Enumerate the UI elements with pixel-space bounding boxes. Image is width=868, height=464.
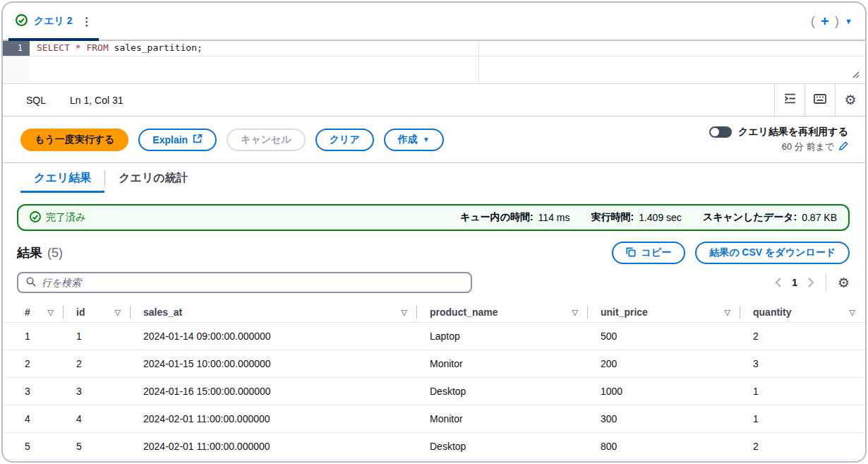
query-tab-bar: クエリ 2 ⋮ ( + ) ▼: [3, 3, 865, 41]
tab-query-results[interactable]: クエリ結果: [20, 163, 104, 193]
reuse-toggle-row: クエリ結果を再利用する: [709, 126, 848, 138]
cell-unit-price: 300: [588, 413, 740, 424]
cell-product-name: Desktop: [417, 441, 588, 452]
format-query-button[interactable]: [774, 84, 804, 116]
cell-id: 3: [64, 386, 131, 397]
cell-quantity: 2: [740, 441, 865, 452]
success-check-icon: [30, 211, 41, 225]
column-header-quantity: quantity ▽: [740, 302, 865, 322]
language-label: SQL: [26, 95, 46, 106]
cell-id: 4: [64, 413, 131, 424]
reuse-toggle-label: クエリ結果を再利用する: [738, 126, 848, 138]
tab-list-dropdown-icon[interactable]: ▼: [845, 17, 852, 25]
keyboard-icon: [814, 94, 826, 107]
queue-time-stat: キュー内の時間: 114 ms: [460, 211, 570, 224]
editor-status-bar: SQL Ln 1, Col 31 ⚙: [3, 84, 865, 117]
prev-page-button[interactable]: [775, 278, 782, 287]
reuse-results-control: クエリ結果を再利用する 60 分 前まで: [709, 126, 848, 153]
cell-quantity: 1: [740, 386, 865, 397]
table-header-row: # ▽ id ▽ sales_at ▽ product_name ▽ unit_…: [3, 302, 865, 322]
query-action-bar: もう一度実行する Explain キャンセル クリア 作成 ▼ クエリ結果を再利…: [3, 117, 865, 163]
clear-button[interactable]: クリア: [315, 129, 374, 151]
create-label: 作成: [398, 133, 418, 146]
editor-resize-handle[interactable]: [851, 69, 860, 81]
query-success-icon: [16, 14, 28, 29]
tab-query-statistics[interactable]: クエリの統計: [105, 163, 201, 193]
results-title: 結果 (5): [17, 244, 63, 261]
chevron-down-icon: ▼: [423, 136, 430, 143]
pager-separator: [826, 273, 826, 292]
table-preferences-icon[interactable]: ⚙: [838, 276, 850, 290]
create-button[interactable]: 作成 ▼: [384, 129, 444, 151]
queue-time-label: キュー内の時間:: [460, 211, 534, 224]
cell-product-name: Monitor: [417, 413, 588, 424]
query-status-banner: 完了済み キュー内の時間: 114 ms 実行時間: 1.409 sec スキャ…: [17, 204, 850, 231]
format-icon: [784, 93, 796, 107]
current-page[interactable]: 1: [790, 277, 799, 288]
editor-settings-button[interactable]: ⚙: [835, 84, 865, 116]
new-query-tab-button[interactable]: +: [821, 14, 829, 28]
cell-sales-at: 2024-01-15 10:00:00.000000: [131, 358, 417, 369]
results-actions: コピー 結果の CSV をダウンロード: [612, 242, 850, 264]
keyboard-shortcuts-button[interactable]: [804, 84, 835, 116]
sql-editor[interactable]: 1 SELECT * FROM sales_partition;: [3, 41, 865, 84]
tab-kebab-menu-icon[interactable]: ⋮: [79, 15, 95, 28]
column-header-unit-price: unit_price ▽: [588, 302, 740, 322]
reuse-results-toggle[interactable]: [709, 126, 732, 138]
cell-quantity: 2: [740, 331, 865, 342]
explain-button[interactable]: Explain: [138, 129, 217, 151]
copy-button[interactable]: コピー: [612, 242, 685, 264]
cell-unit-price: 500: [588, 331, 740, 342]
column-label: quantity: [753, 307, 791, 318]
query-tab-label: クエリ 2: [34, 15, 73, 28]
cell-product-name: Desktop: [417, 386, 588, 397]
download-csv-button[interactable]: 結果の CSV をダウンロード: [695, 242, 850, 264]
filter-icon[interactable]: ▽: [115, 308, 121, 317]
column-header-rownum: # ▽: [3, 302, 64, 322]
filter-icon[interactable]: ▽: [850, 308, 855, 317]
run-time-label: 実行時間:: [591, 211, 634, 224]
paren-open: (: [811, 13, 815, 29]
sql-star: *: [76, 42, 81, 53]
reuse-duration-text: 60 分 前まで: [782, 141, 834, 153]
copy-icon: [626, 247, 636, 259]
cell-quantity: 3: [740, 358, 865, 369]
edit-pencil-icon[interactable]: [838, 141, 848, 153]
cell-rownum: 5: [3, 441, 64, 452]
filter-icon[interactable]: ▽: [572, 308, 578, 317]
toggle-knob: [711, 128, 719, 136]
results-count: (5): [47, 246, 63, 261]
queue-time-value: 114 ms: [538, 212, 570, 223]
column-header-id: id ▽: [64, 302, 131, 322]
cancel-label: キャンセル: [241, 133, 291, 146]
cancel-button[interactable]: キャンセル: [227, 129, 306, 151]
tab-bar-controls: ( + ) ▼: [811, 13, 852, 29]
status-bar-left: SQL Ln 1, Col 31: [3, 84, 123, 116]
cell-id: 2: [64, 358, 131, 369]
tab-query-2[interactable]: クエリ 2 ⋮: [3, 3, 104, 40]
action-buttons: もう一度実行する Explain キャンセル クリア 作成 ▼: [20, 129, 444, 151]
status-bar-icons: ⚙: [774, 84, 865, 116]
column-header-product-name: product_name ▽: [417, 302, 588, 322]
sql-keyword: FROM: [86, 42, 108, 53]
data-scanned-stat: スキャンしたデータ: 0.87 KB: [703, 211, 837, 224]
filter-icon[interactable]: ▽: [725, 308, 730, 317]
gear-icon: ⚙: [844, 93, 856, 107]
filter-icon[interactable]: ▽: [402, 308, 407, 317]
column-label: unit_price: [601, 307, 648, 318]
sql-keyword: SELECT: [37, 42, 70, 53]
copy-label: コピー: [641, 246, 671, 259]
external-link-icon: [193, 133, 203, 145]
next-page-button[interactable]: [807, 278, 814, 287]
download-csv-label: 結果の CSV をダウンロード: [709, 246, 836, 259]
cell-rownum: 4: [3, 413, 64, 424]
search-input[interactable]: [42, 277, 464, 288]
cursor-position: Ln 1, Col 31: [70, 95, 123, 106]
filter-icon[interactable]: ▽: [48, 308, 54, 317]
run-again-button[interactable]: もう一度実行する: [20, 129, 128, 151]
cell-sales-at: 2024-01-14 09:00:00.000000: [131, 331, 417, 342]
run-again-label: もう一度実行する: [35, 133, 114, 146]
data-scanned-value: 0.87 KB: [802, 212, 837, 223]
print-margin-line: [478, 41, 479, 83]
results-tab-bar: クエリ結果 クエリの統計: [3, 163, 865, 193]
